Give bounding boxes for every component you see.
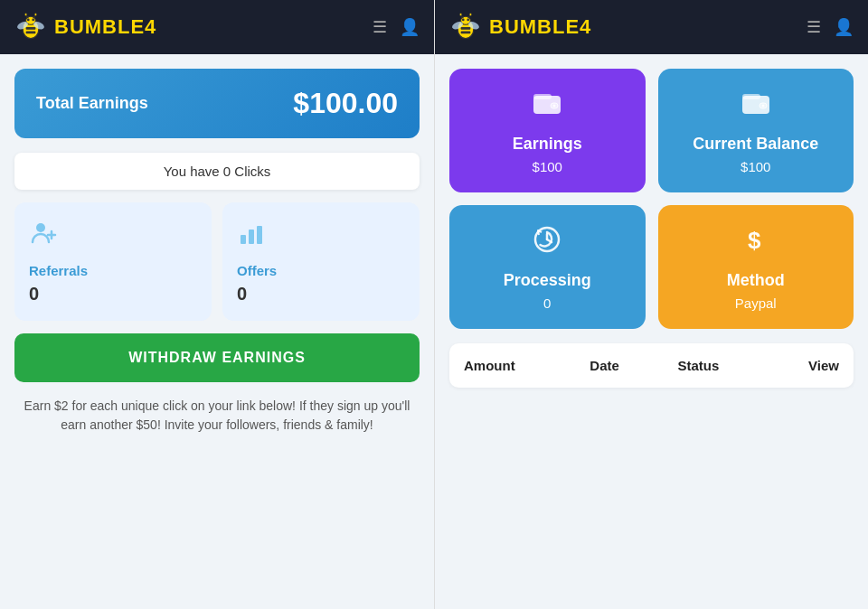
svg-point-5 bbox=[27, 19, 30, 22]
svg-rect-22 bbox=[461, 32, 471, 34]
earnings-card-title: Earnings bbox=[513, 135, 582, 154]
col-view: View bbox=[745, 358, 839, 373]
current-balance-card: Current Balance $100 bbox=[658, 69, 854, 192]
earnings-grid-card: Earnings $100 bbox=[449, 69, 646, 192]
left-logo: Bumble4 bbox=[14, 11, 156, 43]
right-panel: Bumble4 ☰ 👤 Earnings $100 bbox=[434, 0, 868, 609]
col-date: Date bbox=[558, 358, 652, 373]
info-text: Earn $2 for each unique click on your li… bbox=[14, 397, 420, 435]
svg-rect-2 bbox=[26, 27, 36, 30]
svg-rect-18 bbox=[257, 226, 262, 244]
referrals-value: 0 bbox=[29, 284, 39, 304]
svg-point-13 bbox=[36, 223, 45, 232]
clicks-text: You have 0 Clicks bbox=[164, 164, 271, 179]
left-panel: Bumble4 ☰ 👤 Total Earnings $100.00 You h… bbox=[0, 0, 434, 609]
right-hamburger-icon[interactable]: ☰ bbox=[807, 17, 821, 37]
balance-card-value: $100 bbox=[741, 159, 770, 174]
right-header: Bumble4 ☰ 👤 bbox=[435, 0, 868, 54]
referrals-icon bbox=[29, 219, 58, 254]
earnings-label: Total Earnings bbox=[36, 94, 148, 113]
earnings-card-value: $100 bbox=[533, 159, 562, 174]
svg-rect-16 bbox=[241, 235, 246, 244]
method-card-title: Method bbox=[727, 271, 785, 290]
offers-value: 0 bbox=[237, 284, 247, 304]
svg-rect-37 bbox=[742, 94, 760, 99]
svg-point-11 bbox=[24, 14, 27, 16]
method-dollar-icon: $ bbox=[740, 223, 772, 262]
svg-point-30 bbox=[459, 14, 462, 16]
left-hamburger-icon[interactable]: ☰ bbox=[373, 17, 387, 37]
left-header: Bumble4 ☰ 👤 bbox=[0, 0, 434, 54]
referrals-label: Referrals bbox=[29, 263, 88, 278]
right-header-icons: ☰ 👤 bbox=[807, 17, 854, 37]
svg-text:$: $ bbox=[748, 227, 761, 254]
offers-icon bbox=[237, 219, 266, 254]
svg-rect-21 bbox=[461, 27, 471, 30]
col-status: Status bbox=[652, 358, 746, 373]
withdraw-button[interactable]: WITHDRAW EARNINGS bbox=[14, 333, 420, 382]
method-card-value: Paypal bbox=[735, 295, 777, 311]
earnings-wallet-icon bbox=[531, 87, 563, 126]
right-bee-icon bbox=[449, 11, 482, 43]
svg-point-25 bbox=[467, 19, 469, 22]
offers-card: Offers 0 bbox=[222, 202, 420, 321]
offers-label: Offers bbox=[237, 263, 277, 278]
bee-icon bbox=[14, 11, 47, 43]
method-card: $ Method Paypal bbox=[658, 205, 854, 329]
earnings-amount: $100.00 bbox=[293, 87, 398, 120]
svg-point-12 bbox=[34, 14, 37, 16]
stats-row: Referrals 0 Offers 0 bbox=[14, 202, 420, 321]
svg-rect-33 bbox=[533, 94, 552, 99]
right-user-icon[interactable]: 👤 bbox=[834, 17, 854, 37]
table-header: Amount Date Status View bbox=[449, 343, 854, 388]
svg-rect-17 bbox=[249, 230, 254, 244]
col-amount: Amount bbox=[464, 358, 558, 373]
right-logo-text: Bumble4 bbox=[489, 15, 591, 39]
clicks-bar: You have 0 Clicks bbox=[14, 153, 420, 190]
referrals-card: Referrals 0 bbox=[14, 202, 212, 321]
svg-point-35 bbox=[553, 105, 556, 108]
processing-card-title: Processing bbox=[504, 271, 591, 290]
processing-clock-icon bbox=[531, 223, 563, 262]
left-user-icon[interactable]: 👤 bbox=[400, 17, 420, 37]
svg-point-24 bbox=[462, 19, 465, 22]
svg-rect-3 bbox=[26, 32, 36, 34]
total-earnings-card: Total Earnings $100.00 bbox=[14, 69, 420, 138]
cards-grid: Earnings $100 Current Balance $100 bbox=[449, 69, 854, 329]
svg-point-31 bbox=[469, 14, 472, 16]
balance-card-title: Current Balance bbox=[693, 135, 818, 154]
left-header-icons: ☰ 👤 bbox=[373, 17, 420, 37]
balance-wallet-icon bbox=[740, 87, 772, 126]
processing-card: Processing 0 bbox=[449, 205, 646, 329]
svg-point-6 bbox=[32, 19, 34, 22]
right-logo: Bumble4 bbox=[449, 11, 591, 43]
svg-point-39 bbox=[761, 105, 764, 108]
left-logo-text: Bumble4 bbox=[54, 15, 156, 39]
processing-card-value: 0 bbox=[543, 295, 551, 311]
